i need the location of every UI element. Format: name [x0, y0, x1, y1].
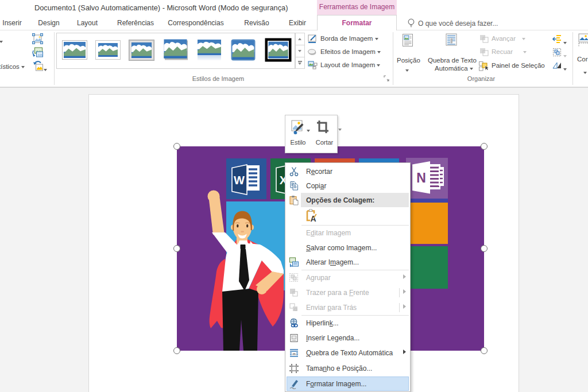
svg-text:N: N [416, 170, 426, 185]
svg-text:W: W [234, 174, 245, 187]
